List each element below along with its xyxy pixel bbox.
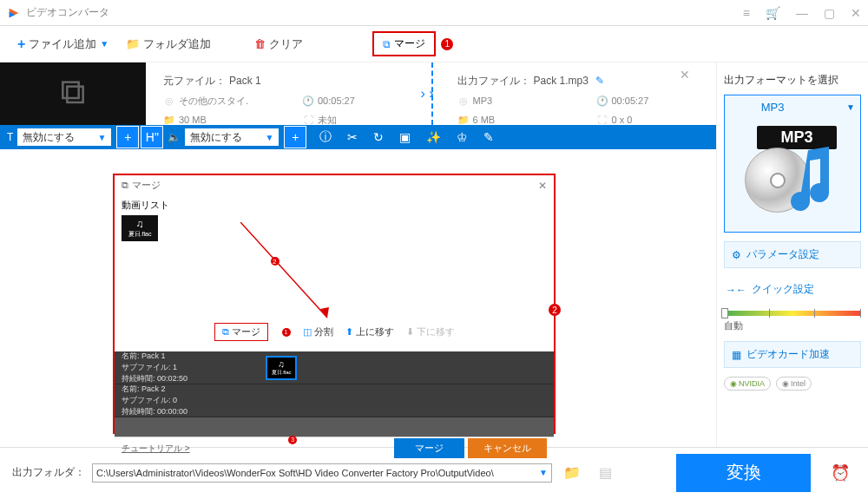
pack1-thumbnail[interactable]: ♫ 夏日.flac [266, 356, 297, 380]
add-file-label: ファイル追加 [29, 36, 96, 52]
browse-folder-button[interactable]: 📁 [559, 460, 585, 486]
music-note-icon: ♫ [278, 359, 285, 369]
parameter-settings-button[interactable]: ⚙ パラメータ設定 [724, 241, 861, 268]
left-area: ✕ 元ファイル：Pack 1 ◎その他のスタイ. 🕐00:05:27 📁30 M… [0, 62, 716, 447]
arrow-right-icon: › › [421, 86, 434, 102]
alarm-icon[interactable]: ⏰ [825, 457, 856, 489]
step-badge-3-small: 3 [288, 436, 297, 444]
window-controls: ≡ 🛒 — ▢ ✕ [743, 6, 861, 20]
pack-row-1[interactable]: 名前: Pack 1 サブファイル: 1 持続時間: 00:02:50 ♫ 夏日… [115, 351, 554, 384]
pack-row-2[interactable]: 名前: Pack 2 サブファイル: 0 持続時間: 00:00:00 [115, 384, 554, 417]
resolution-icon: ⛶ [302, 115, 314, 125]
clear-button[interactable]: 🗑 クリア [254, 36, 303, 52]
dialog-merge-button[interactable]: マージ [394, 438, 464, 458]
hamburger-icon[interactable]: ≡ [743, 6, 750, 20]
dialog-body: 動画リスト ♫ 夏日.flac 2 ⧉マージ 1 ◫分割 ⬆上に移す ⬇下に移す [115, 195, 554, 345]
move-up-button[interactable]: ⬆上に移す [345, 325, 394, 338]
slider-handle[interactable] [721, 308, 728, 318]
cart-icon[interactable]: 🛒 [766, 6, 780, 20]
merge-icon: ⧉ [222, 326, 229, 338]
dialog-action-buttons: ⧉マージ 1 ◫分割 ⬆上に移す ⬇下に移す [122, 323, 547, 341]
pack1-name: 名前: Pack 1 [122, 351, 187, 362]
param-settings-label: パラメータ設定 [746, 247, 819, 262]
pack-list: 名前: Pack 1 サブファイル: 1 持続時間: 00:02:50 ♫ 夏日… [115, 351, 554, 437]
open-output-button[interactable]: ▤ [592, 460, 618, 486]
add-folder-button[interactable]: 📁 フォルダ追加 [126, 36, 211, 52]
chevron-down-icon[interactable]: ▼ [100, 39, 108, 49]
remove-file-button[interactable]: ✕ [680, 68, 690, 82]
nvidia-badge: ◉NVIDIA [724, 377, 771, 391]
output-resolution: 0 x 0 [612, 115, 633, 125]
gpu-badges: ◉NVIDIA ◉Intel [724, 377, 861, 391]
split-label: 分割 [314, 325, 333, 338]
dialog-title: マージ [132, 179, 161, 192]
tutorial-link[interactable]: チュートリアル > [122, 443, 190, 455]
move-up-label: 上に移す [356, 325, 394, 338]
merge-action-label: マージ [232, 325, 260, 338]
dialog-close-button[interactable]: ✕ [538, 180, 547, 192]
split-button[interactable]: ◫分割 [303, 325, 333, 338]
merge-icon: ⧉ [122, 180, 128, 191]
add-subtitle-button[interactable]: + [116, 126, 139, 148]
music-note-icon: ♫ [136, 218, 144, 230]
nvidia-icon: ◉ [730, 379, 737, 388]
move-down-label: 下に移す [417, 325, 455, 338]
clear-label: クリア [269, 36, 303, 52]
clock-icon: 🕐 [302, 95, 314, 107]
add-folder-label: フォルダ追加 [143, 36, 211, 52]
convert-button[interactable]: 変換 [676, 454, 811, 492]
thumb-filename: 夏日.flac [128, 230, 152, 239]
intel-badge: ◉Intel [776, 377, 812, 391]
move-down-button: ⬇下に移す [406, 325, 455, 338]
folder-icon: 📁 [163, 115, 175, 126]
svg-rect-0 [62, 82, 78, 98]
merge-dialog: ⧉ マージ ✕ 動画リスト ♫ 夏日.flac 2 ⧉マージ 1 ◫分 [113, 174, 556, 434]
file-info-row: ✕ 元ファイル：Pack 1 ◎その他のスタイ. 🕐00:05:27 📁30 M… [0, 62, 716, 125]
pack-list-footer [115, 417, 554, 437]
quick-settings-label: クイック設定 [752, 282, 814, 297]
output-path-input[interactable]: C:\Users\Administrator\Videos\WonderFox … [92, 463, 552, 483]
gpu-accel-button[interactable]: ▦ ビデオカード加速 [724, 341, 861, 368]
add-file-button[interactable]: + ファイル追加 ▼ [17, 36, 108, 52]
app-logo-icon [7, 6, 21, 20]
edit-icon[interactable]: ✎ [595, 75, 604, 87]
chevron-down-icon: ▼ [97, 133, 106, 142]
step-badge-1: 1 [441, 38, 453, 50]
merge-label: マージ [394, 36, 425, 51]
close-button[interactable]: ✕ [851, 6, 861, 20]
source-duration: 00:05:27 [318, 95, 355, 106]
dialog-cancel-button[interactable]: キャンセル [468, 438, 547, 458]
svg-point-4 [271, 257, 279, 266]
output-name: Pack 1.mp3 [534, 75, 589, 87]
output-size: 6 MB [473, 115, 496, 125]
source-thumbnail [0, 62, 146, 125]
pack2-name: 名前: Pack 2 [122, 384, 187, 395]
format-selector[interactable]: MP3 ▼ MP3 [724, 95, 861, 233]
merge-button-highlighted[interactable]: ⧉ マージ [372, 31, 436, 56]
trash-icon: 🗑 [254, 37, 266, 50]
output-path-value: C:\Users\Administrator\Videos\WonderFox … [96, 468, 494, 478]
merge-action-button[interactable]: ⧉マージ [214, 323, 268, 341]
subtitle-dropdown[interactable]: 無効にする▼ [16, 128, 112, 147]
collapse-icon: →← [726, 284, 746, 296]
dialog-titlebar: ⧉ マージ ✕ [115, 175, 554, 195]
maximize-button[interactable]: ▢ [824, 6, 835, 20]
clock-icon: 🕐 [596, 95, 608, 107]
pack1-sub: サブファイル: 1 [122, 362, 187, 373]
svg-rect-1 [67, 87, 82, 102]
minimize-button[interactable]: — [796, 6, 808, 20]
chevron-down-icon: ▼ [539, 468, 548, 477]
video-thumbnail[interactable]: ♫ 夏日.flac [122, 215, 158, 241]
sliders-icon: ⚙ [732, 249, 741, 261]
chip-icon: ▦ [732, 349, 741, 361]
subtitle-value: 無効にする [23, 130, 75, 145]
quick-settings-toggle[interactable]: →← クイック設定 [724, 277, 861, 302]
guide-arrow: 2 [240, 222, 353, 326]
text-icon: T [7, 131, 13, 143]
pack2-sub: サブファイル: 0 [122, 395, 187, 406]
source-style: その他のスタイ. [179, 95, 248, 108]
intel-icon: ◉ [782, 379, 789, 388]
style-icon: ◎ [163, 95, 175, 107]
quality-slider[interactable] [724, 311, 861, 316]
slider-auto-label: 自動 [724, 319, 861, 332]
